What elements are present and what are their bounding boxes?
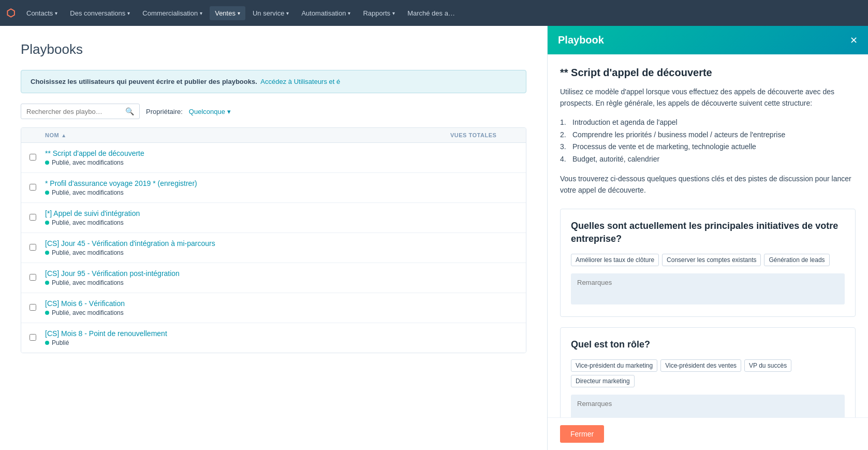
nav-commercialisation[interactable]: Commercialisation ▾	[137, 6, 208, 20]
row-checkbox[interactable]	[30, 274, 45, 282]
panel-close-button[interactable]: ✕	[850, 36, 858, 45]
table-row: [CS] Jour 45 - Vérification d'intégratio…	[21, 233, 526, 263]
banner-link[interactable]: Accédez à Utilisateurs et é	[260, 78, 340, 85]
tag[interactable]: Améliorer les taux de clôture	[571, 254, 659, 266]
chevron-icon: ▾	[348, 10, 350, 16]
top-navigation: ⬡ Contacts ▾ Des conversations ▾ Commerc…	[0, 0, 868, 26]
search-icon: 🔍	[125, 107, 134, 115]
row-checkbox[interactable]	[30, 214, 45, 222]
table-header: NOM ▲ VUES TOTALES	[21, 128, 526, 143]
question-card: Quel est ton rôle? Vice-président du mar…	[560, 327, 856, 417]
question-text: Quel est ton rôle?	[571, 338, 845, 351]
status-badge: Publié, avec modifications	[45, 279, 518, 286]
table-row: [CS] Mois 6 - Vérification Publié, avec …	[21, 293, 526, 323]
list-item: 3.Processus de vente et de marketing, te…	[560, 141, 856, 153]
table-row: * Profil d'assurance voyage 2019 * (enre…	[21, 173, 526, 203]
close-button[interactable]: Fermer	[560, 425, 604, 443]
row-name: [*] Appel de suivi d'intégration Publié,…	[45, 209, 518, 226]
th-name[interactable]: NOM ▲	[45, 132, 450, 138]
page-title: Playbooks	[21, 41, 526, 57]
main-layout: Playbooks Choisissez les utilisateurs qu…	[0, 26, 868, 450]
chevron-icon: ▾	[200, 10, 202, 16]
notes-input[interactable]	[571, 273, 845, 304]
row-checkbox[interactable]	[30, 334, 45, 342]
status-text: Publié, avec modifications	[52, 219, 124, 226]
status-text: Publié, avec modifications	[52, 189, 124, 196]
script-title: ** Script d'appel de découverte	[560, 67, 856, 79]
left-panel: Playbooks Choisissez les utilisateurs qu…	[0, 26, 547, 450]
sort-icon: ▲	[61, 133, 66, 138]
row-checkbox[interactable]	[30, 184, 45, 192]
table-row: ** Script d'appel de découverte Publié, …	[21, 143, 526, 173]
panel-outro: Vous trouverez ci-dessous quelques quest…	[560, 173, 856, 196]
status-badge: Publié, avec modifications	[45, 309, 518, 316]
playbook-link[interactable]: * Profil d'assurance voyage 2019 * (enre…	[45, 179, 197, 187]
chevron-icon: ▾	[238, 10, 240, 16]
panel-header: Playbook ✕	[548, 26, 868, 54]
status-dot	[45, 341, 49, 345]
nav-contacts[interactable]: Contacts ▾	[21, 6, 63, 20]
row-checkbox[interactable]	[30, 304, 45, 312]
questions-container: Quelles sont actuellement les principale…	[560, 209, 856, 417]
nav-automatisation[interactable]: Automatisation ▾	[296, 6, 356, 20]
chevron-icon: ▾	[127, 10, 130, 16]
playbook-link[interactable]: [CS] Mois 6 - Vérification	[45, 299, 125, 308]
status-text: Publié	[52, 339, 69, 346]
row-checkbox[interactable]	[30, 244, 45, 252]
playbook-link[interactable]: [*] Appel de suivi d'intégration	[45, 209, 140, 217]
chevron-icon: ▾	[55, 10, 57, 16]
playbook-link[interactable]: [CS] Jour 45 - Vérification d'intégratio…	[45, 239, 215, 248]
playbook-link[interactable]: [CS] Jour 95 - Vérification post-intégra…	[45, 269, 180, 278]
playbook-link[interactable]: ** Script d'appel de découverte	[45, 149, 144, 157]
tag[interactable]: Conserver les comptes existants	[662, 254, 761, 266]
nav-service[interactable]: Un service ▾	[247, 6, 294, 20]
status-badge: Publié, avec modifications	[45, 159, 518, 166]
hubspot-logo: ⬡	[6, 7, 15, 19]
table-body: ** Script d'appel de découverte Publié, …	[21, 143, 526, 353]
status-dot	[45, 161, 49, 165]
tag[interactable]: Vice-président des ventes	[660, 359, 741, 372]
status-badge: Publié, avec modifications	[45, 249, 518, 256]
tags-row: Vice-président du marketingVice-présiden…	[571, 359, 845, 387]
panel-title: Playbook	[558, 34, 604, 46]
status-text: Publié, avec modifications	[52, 249, 124, 256]
panel-footer: Fermer	[548, 417, 868, 450]
table-row: [*] Appel de suivi d'intégration Publié,…	[21, 203, 526, 233]
tag[interactable]: Génération de leads	[764, 254, 829, 266]
nav-conversations[interactable]: Des conversations ▾	[65, 6, 135, 20]
tag[interactable]: Directeur marketing	[571, 375, 635, 387]
status-dot	[45, 221, 49, 225]
panel-list: 1.Introduction et agenda de l'appel 2.Co…	[560, 117, 856, 166]
list-item: 1.Introduction et agenda de l'appel	[560, 117, 856, 129]
status-dot	[45, 281, 49, 285]
status-badge: Publié, avec modifications	[45, 189, 518, 196]
playbook-link[interactable]: [CS] Mois 8 - Point de renouvellement	[45, 329, 167, 338]
owner-filter[interactable]: Quelconque ▾	[189, 108, 231, 115]
tags-row: Améliorer les taux de clôtureConserver l…	[571, 254, 845, 266]
panel-body: ** Script d'appel de découverte Utilisez…	[548, 54, 868, 417]
tag[interactable]: Vice-président du marketing	[571, 359, 657, 372]
panel-intro: Utilisez ce modèle d'appel lorsque vous …	[560, 86, 856, 109]
nav-rapports[interactable]: Rapports ▾	[358, 6, 400, 20]
row-name: ** Script d'appel de découverte Publié, …	[45, 149, 518, 166]
filter-label: Propriétaire:	[146, 108, 183, 115]
notes-input[interactable]	[571, 395, 845, 417]
status-dot	[45, 191, 49, 195]
info-banner: Choisissez les utilisateurs qui peuvent …	[21, 70, 526, 93]
search-input[interactable]	[26, 108, 122, 115]
row-name: [CS] Mois 6 - Vérification Publié, avec …	[45, 299, 518, 316]
nav-marche[interactable]: Marché des a…	[402, 6, 460, 20]
list-item: 2.Comprendre les priorités / business mo…	[560, 129, 856, 141]
playbooks-table: NOM ▲ VUES TOTALES ** Script d'appel de …	[21, 127, 526, 353]
row-checkbox[interactable]	[30, 154, 45, 162]
status-dot	[45, 311, 49, 315]
nav-ventes[interactable]: Ventes ▾	[210, 6, 245, 20]
chevron-icon: ▾	[286, 10, 289, 16]
row-name: [CS] Mois 8 - Point de renouvellement Pu…	[45, 329, 518, 346]
th-views: VUES TOTALES	[450, 132, 518, 138]
status-dot	[45, 251, 49, 255]
row-name: [CS] Jour 45 - Vérification d'intégratio…	[45, 239, 518, 256]
tag[interactable]: VP du succès	[744, 359, 791, 372]
table-row: [CS] Mois 8 - Point de renouvellement Pu…	[21, 323, 526, 353]
chevron-down-icon: ▾	[227, 108, 231, 115]
